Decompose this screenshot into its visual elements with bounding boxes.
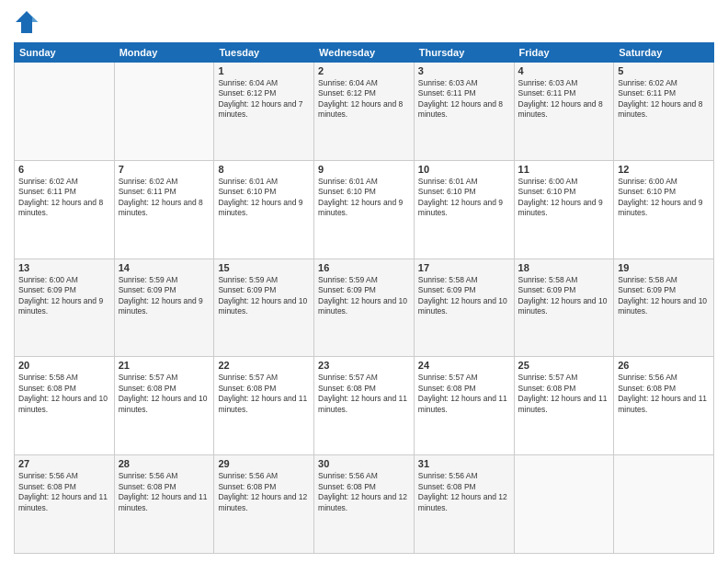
- calendar-table: SundayMondayTuesdayWednesdayThursdayFrid…: [14, 42, 714, 554]
- day-info: Sunrise: 6:03 AMSunset: 6:11 PMDaylight:…: [418, 78, 510, 121]
- weekday-header-sunday: Sunday: [15, 43, 115, 63]
- day-info: Sunrise: 6:01 AMSunset: 6:10 PMDaylight:…: [418, 177, 510, 219]
- logo-icon: [14, 9, 40, 35]
- calendar-cell: 30Sunrise: 5:56 AMSunset: 6:08 PMDayligh…: [314, 455, 415, 554]
- day-info: Sunrise: 5:56 AMSunset: 6:08 PMDaylight:…: [418, 471, 510, 513]
- calendar-cell: 16Sunrise: 5:59 AMSunset: 6:09 PMDayligh…: [314, 259, 415, 357]
- day-number: 29: [218, 458, 310, 469]
- day-number: 7: [119, 164, 210, 175]
- day-number: 5: [618, 65, 710, 76]
- day-info: Sunrise: 5:57 AMSunset: 6:08 PMDaylight:…: [119, 373, 210, 415]
- day-number: 20: [18, 360, 110, 371]
- day-info: Sunrise: 5:58 AMSunset: 6:08 PMDaylight:…: [18, 373, 110, 415]
- day-number: 18: [518, 262, 610, 273]
- calendar-cell: [15, 63, 115, 161]
- calendar-cell: 15Sunrise: 5:59 AMSunset: 6:09 PMDayligh…: [214, 259, 314, 357]
- calendar-cell: 26Sunrise: 5:56 AMSunset: 6:08 PMDayligh…: [614, 357, 714, 455]
- day-number: 8: [218, 164, 310, 175]
- day-number: 28: [119, 458, 210, 469]
- day-number: 3: [418, 65, 510, 76]
- calendar-cell: 19Sunrise: 5:58 AMSunset: 6:09 PMDayligh…: [614, 259, 714, 357]
- day-info: Sunrise: 6:03 AMSunset: 6:11 PMDaylight:…: [518, 78, 610, 121]
- calendar-cell: 22Sunrise: 5:57 AMSunset: 6:08 PMDayligh…: [214, 357, 314, 455]
- calendar-cell: 10Sunrise: 6:01 AMSunset: 6:10 PMDayligh…: [414, 160, 514, 259]
- calendar-cell: 8Sunrise: 6:01 AMSunset: 6:10 PMDaylight…: [214, 160, 314, 259]
- week-row-4: 20Sunrise: 5:58 AMSunset: 6:08 PMDayligh…: [15, 357, 714, 455]
- day-info: Sunrise: 5:56 AMSunset: 6:08 PMDaylight:…: [18, 471, 110, 513]
- logo: [14, 9, 43, 35]
- calendar-cell: 24Sunrise: 5:57 AMSunset: 6:08 PMDayligh…: [414, 357, 514, 455]
- day-number: 6: [18, 164, 110, 175]
- day-info: Sunrise: 6:04 AMSunset: 6:12 PMDaylight:…: [218, 78, 310, 121]
- day-info: Sunrise: 6:02 AMSunset: 6:11 PMDaylight:…: [18, 177, 110, 219]
- day-info: Sunrise: 5:57 AMSunset: 6:08 PMDaylight:…: [318, 373, 410, 415]
- day-number: 9: [318, 164, 410, 175]
- day-number: 27: [18, 458, 110, 469]
- day-number: 10: [418, 164, 510, 175]
- calendar-cell: 9Sunrise: 6:01 AMSunset: 6:10 PMDaylight…: [314, 160, 415, 259]
- day-number: 2: [318, 65, 410, 76]
- day-info: Sunrise: 5:57 AMSunset: 6:08 PMDaylight:…: [518, 373, 610, 415]
- day-info: Sunrise: 5:57 AMSunset: 6:08 PMDaylight:…: [218, 373, 310, 415]
- day-number: 1: [218, 65, 310, 76]
- calendar-cell: 18Sunrise: 5:58 AMSunset: 6:09 PMDayligh…: [514, 259, 614, 357]
- header: [14, 9, 714, 35]
- day-info: Sunrise: 5:57 AMSunset: 6:08 PMDaylight:…: [418, 373, 510, 415]
- calendar-cell: 29Sunrise: 5:56 AMSunset: 6:08 PMDayligh…: [214, 455, 314, 554]
- day-number: 22: [218, 360, 310, 371]
- calendar-cell: 5Sunrise: 6:02 AMSunset: 6:11 PMDaylight…: [614, 63, 714, 161]
- calendar-cell: 17Sunrise: 5:58 AMSunset: 6:09 PMDayligh…: [414, 259, 514, 357]
- day-info: Sunrise: 5:59 AMSunset: 6:09 PMDaylight:…: [318, 275, 410, 317]
- calendar-cell: 14Sunrise: 5:59 AMSunset: 6:09 PMDayligh…: [114, 259, 214, 357]
- page: SundayMondayTuesdayWednesdayThursdayFrid…: [0, 0, 728, 563]
- day-info: Sunrise: 6:00 AMSunset: 6:10 PMDaylight:…: [518, 177, 610, 219]
- week-row-2: 6Sunrise: 6:02 AMSunset: 6:11 PMDaylight…: [15, 160, 714, 259]
- calendar-cell: [614, 455, 714, 554]
- calendar-cell: 1Sunrise: 6:04 AMSunset: 6:12 PMDaylight…: [214, 63, 314, 161]
- calendar-cell: 6Sunrise: 6:02 AMSunset: 6:11 PMDaylight…: [15, 160, 115, 259]
- day-info: Sunrise: 6:00 AMSunset: 6:09 PMDaylight:…: [18, 275, 110, 317]
- day-number: 17: [418, 262, 510, 273]
- calendar-cell: 13Sunrise: 6:00 AMSunset: 6:09 PMDayligh…: [15, 259, 115, 357]
- svg-marker-1: [32, 17, 38, 22]
- weekday-header-monday: Monday: [114, 43, 214, 63]
- day-info: Sunrise: 5:56 AMSunset: 6:08 PMDaylight:…: [119, 471, 210, 513]
- day-info: Sunrise: 5:58 AMSunset: 6:09 PMDaylight:…: [518, 275, 610, 317]
- day-info: Sunrise: 6:02 AMSunset: 6:11 PMDaylight:…: [119, 177, 210, 219]
- day-info: Sunrise: 5:56 AMSunset: 6:08 PMDaylight:…: [218, 471, 310, 513]
- day-number: 13: [18, 262, 110, 273]
- day-info: Sunrise: 5:59 AMSunset: 6:09 PMDaylight:…: [218, 275, 310, 317]
- day-number: 11: [518, 164, 610, 175]
- day-info: Sunrise: 5:56 AMSunset: 6:08 PMDaylight:…: [318, 471, 410, 513]
- calendar-cell: 28Sunrise: 5:56 AMSunset: 6:08 PMDayligh…: [114, 455, 214, 554]
- day-info: Sunrise: 6:00 AMSunset: 6:10 PMDaylight:…: [618, 177, 710, 219]
- day-info: Sunrise: 5:58 AMSunset: 6:09 PMDaylight:…: [618, 275, 710, 317]
- day-number: 15: [218, 262, 310, 273]
- day-number: 14: [119, 262, 210, 273]
- calendar-cell: 25Sunrise: 5:57 AMSunset: 6:08 PMDayligh…: [514, 357, 614, 455]
- day-number: 21: [119, 360, 210, 371]
- calendar-cell: 12Sunrise: 6:00 AMSunset: 6:10 PMDayligh…: [614, 160, 714, 259]
- calendar-cell: 11Sunrise: 6:00 AMSunset: 6:10 PMDayligh…: [514, 160, 614, 259]
- day-number: 4: [518, 65, 610, 76]
- calendar-cell: 3Sunrise: 6:03 AMSunset: 6:11 PMDaylight…: [414, 63, 514, 161]
- week-row-1: 1Sunrise: 6:04 AMSunset: 6:12 PMDaylight…: [15, 63, 714, 161]
- calendar-cell: 2Sunrise: 6:04 AMSunset: 6:12 PMDaylight…: [314, 63, 415, 161]
- day-number: 30: [318, 458, 410, 469]
- calendar-cell: 4Sunrise: 6:03 AMSunset: 6:11 PMDaylight…: [514, 63, 614, 161]
- day-info: Sunrise: 5:58 AMSunset: 6:09 PMDaylight:…: [418, 275, 510, 317]
- day-info: Sunrise: 5:59 AMSunset: 6:09 PMDaylight:…: [119, 275, 210, 317]
- day-info: Sunrise: 6:01 AMSunset: 6:10 PMDaylight:…: [218, 177, 310, 219]
- day-info: Sunrise: 6:01 AMSunset: 6:10 PMDaylight:…: [318, 177, 410, 219]
- calendar-cell: 31Sunrise: 5:56 AMSunset: 6:08 PMDayligh…: [414, 455, 514, 554]
- calendar-cell: [114, 63, 214, 161]
- day-number: 12: [618, 164, 710, 175]
- weekday-header-friday: Friday: [514, 43, 614, 63]
- calendar-cell: [514, 455, 614, 554]
- calendar-cell: 21Sunrise: 5:57 AMSunset: 6:08 PMDayligh…: [114, 357, 214, 455]
- weekday-header-saturday: Saturday: [614, 43, 714, 63]
- day-number: 16: [318, 262, 410, 273]
- weekday-header-wednesday: Wednesday: [314, 43, 415, 63]
- day-number: 23: [318, 360, 410, 371]
- week-row-3: 13Sunrise: 6:00 AMSunset: 6:09 PMDayligh…: [15, 259, 714, 357]
